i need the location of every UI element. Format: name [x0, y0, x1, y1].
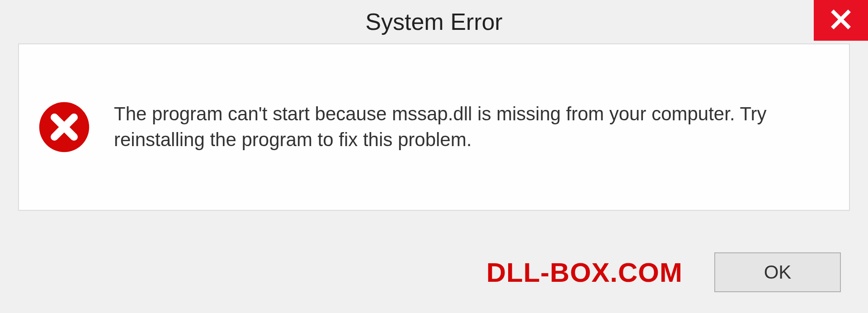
error-message: The program can't start because mssap.dl…: [114, 101, 831, 152]
error-dialog: System Error The program can't start bec…: [0, 0, 868, 313]
close-icon: [830, 9, 852, 32]
ok-button[interactable]: OK: [714, 252, 841, 292]
close-button[interactable]: [814, 0, 868, 41]
title-bar: System Error: [0, 0, 868, 43]
dialog-footer: DLL-BOX.COM OK: [0, 232, 868, 313]
ok-button-label: OK: [764, 261, 792, 283]
watermark-text: DLL-BOX.COM: [486, 257, 683, 288]
content-box: The program can't start because mssap.dl…: [18, 43, 850, 211]
error-icon: [37, 100, 91, 154]
dialog-title: System Error: [365, 8, 502, 35]
